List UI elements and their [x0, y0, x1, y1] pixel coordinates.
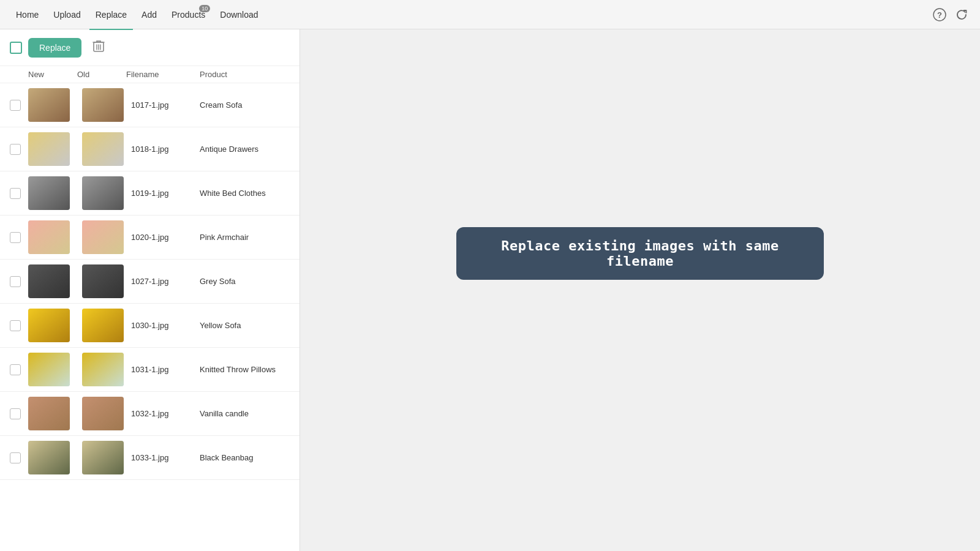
- svg-text:?: ?: [937, 10, 942, 20]
- refresh-icon[interactable]: [953, 6, 970, 23]
- row-checkbox-0[interactable]: [10, 100, 21, 111]
- row-filename: 1030-1.jpg: [126, 321, 200, 330]
- row-checkbox-8[interactable]: [10, 452, 21, 463]
- old-image-thumb: [82, 88, 124, 122]
- row-product: Antique Drawers: [200, 144, 290, 154]
- col-checkbox: [10, 70, 28, 79]
- old-image-thumb: [82, 264, 124, 298]
- row-product: Knitted Throw Pillows: [200, 365, 290, 374]
- col-new: New: [28, 70, 77, 79]
- row-checkbox-2[interactable]: [10, 188, 21, 199]
- new-image-thumb: [28, 220, 70, 254]
- table-row: 1032-1.jpg Vanilla candle: [0, 392, 300, 436]
- row-checkbox-5[interactable]: [10, 320, 21, 331]
- old-image-thumb: [82, 397, 124, 430]
- row-checkbox-3[interactable]: [10, 232, 21, 243]
- row-checkbox-7[interactable]: [10, 408, 21, 419]
- table-row: 1018-1.jpg Antique Drawers: [0, 127, 300, 171]
- svg-rect-18: [82, 309, 124, 342]
- row-checkbox-4[interactable]: [10, 276, 21, 287]
- old-image-thumb: [82, 176, 124, 210]
- help-icon[interactable]: ?: [931, 6, 948, 23]
- old-image-thumb: [82, 220, 124, 254]
- row-filename: 1019-1.jpg: [126, 189, 200, 198]
- svg-rect-16: [82, 264, 124, 298]
- delete-button[interactable]: [88, 37, 110, 58]
- new-image-thumb: [28, 88, 70, 122]
- top-navigation: Home Upload Replace Add Products 10 Down…: [0, 0, 980, 29]
- row-product: Cream Sofa: [200, 100, 290, 110]
- row-filename: 1031-1.jpg: [126, 365, 200, 374]
- row-filename: 1017-1.jpg: [126, 100, 200, 110]
- row-product: Vanilla candle: [200, 409, 290, 418]
- nav-icon-group: ?: [931, 6, 970, 23]
- svg-rect-21: [28, 397, 70, 430]
- table-row: 1019-1.jpg White Bed Clothes: [0, 171, 300, 216]
- col-product: Product: [200, 70, 290, 79]
- new-image-thumb: [28, 264, 70, 298]
- table-header: New Old Filename Product: [0, 66, 300, 83]
- table-row: 1031-1.jpg Knitted Throw Pillows: [0, 348, 300, 392]
- nav-upload[interactable]: Upload: [47, 7, 86, 22]
- svg-rect-17: [28, 309, 70, 342]
- svg-rect-23: [28, 441, 70, 474]
- svg-rect-20: [82, 353, 124, 386]
- svg-rect-14: [82, 220, 124, 254]
- row-filename: 1020-1.jpg: [126, 233, 200, 242]
- table-row: 1017-1.jpg Cream Sofa: [0, 83, 300, 127]
- nav-home[interactable]: Home: [10, 7, 45, 22]
- row-filename: 1027-1.jpg: [126, 277, 200, 286]
- right-panel: Replace existing images with same filena…: [300, 29, 980, 551]
- row-product: Yellow Sofa: [200, 321, 290, 330]
- nav-download[interactable]: Download: [214, 7, 264, 22]
- new-image-thumb: [28, 132, 70, 166]
- new-image-thumb: [28, 176, 70, 210]
- old-image-thumb: [82, 309, 124, 342]
- new-image-thumb: [28, 353, 70, 386]
- new-image-thumb: [28, 397, 70, 430]
- nav-replace[interactable]: Replace: [89, 7, 133, 22]
- table-row: 1030-1.jpg Yellow Sofa: [0, 304, 300, 348]
- nav-products[interactable]: Products 10: [165, 7, 211, 22]
- table-body: 1017-1.jpg Cream Sofa 1018-1.j: [0, 83, 300, 551]
- svg-rect-22: [82, 397, 124, 430]
- row-filename: 1032-1.jpg: [126, 409, 200, 418]
- row-product: White Bed Clothes: [200, 189, 290, 198]
- row-product: Black Beanbag: [200, 453, 290, 462]
- svg-rect-7: [28, 88, 70, 122]
- select-all-checkbox[interactable]: [10, 42, 22, 54]
- row-product: Pink Armchair: [200, 233, 290, 242]
- old-image-thumb: [82, 353, 124, 386]
- svg-rect-24: [82, 441, 124, 474]
- row-checkbox-1[interactable]: [10, 144, 21, 155]
- tooltip-bubble: Replace existing images with same filena…: [456, 227, 824, 280]
- old-image-thumb: [82, 441, 124, 474]
- col-filename: Filename: [126, 70, 200, 79]
- new-image-thumb: [28, 309, 70, 342]
- svg-rect-19: [28, 353, 70, 386]
- row-filename: 1018-1.jpg: [126, 144, 200, 154]
- svg-rect-13: [28, 220, 70, 254]
- table-row: 1027-1.jpg Grey Sofa: [0, 260, 300, 304]
- row-checkbox-6[interactable]: [10, 364, 21, 375]
- svg-rect-12: [82, 176, 124, 210]
- table-row: 1033-1.jpg Black Beanbag: [0, 436, 300, 480]
- nav-add[interactable]: Add: [135, 7, 163, 22]
- row-filename: 1033-1.jpg: [126, 453, 200, 462]
- svg-rect-11: [28, 176, 70, 210]
- main-layout: Replace New Old Filename Product: [0, 29, 980, 551]
- old-image-thumb: [82, 132, 124, 166]
- svg-rect-9: [28, 132, 70, 166]
- replace-button[interactable]: Replace: [28, 38, 81, 58]
- toolbar: Replace: [0, 29, 300, 66]
- products-badge: 10: [199, 5, 210, 12]
- left-panel: Replace New Old Filename Product: [0, 29, 300, 551]
- table-row: 1020-1.jpg Pink Armchair: [0, 216, 300, 260]
- new-image-thumb: [28, 441, 70, 474]
- svg-rect-10: [82, 132, 124, 166]
- row-product: Grey Sofa: [200, 277, 290, 286]
- svg-rect-15: [28, 264, 70, 298]
- svg-rect-8: [82, 88, 124, 122]
- col-old: Old: [77, 70, 126, 79]
